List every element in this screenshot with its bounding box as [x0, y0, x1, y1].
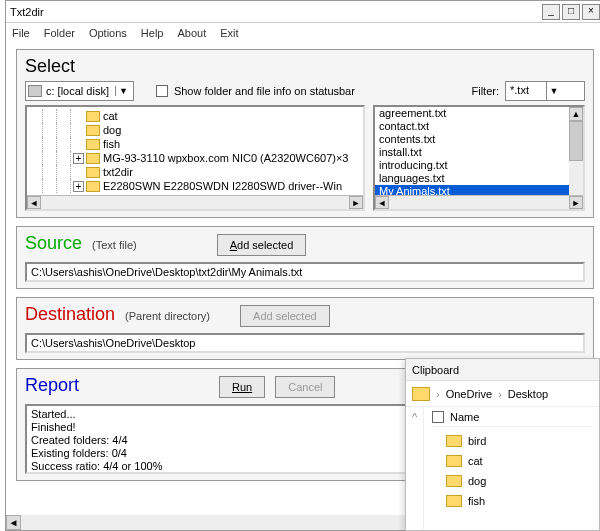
filter-label: Filter:	[472, 85, 500, 97]
destination-add-selected-button: Add selected	[240, 305, 330, 327]
list-item[interactable]: agreement.txt	[375, 107, 583, 120]
list-item[interactable]: install.txt	[375, 146, 583, 159]
explorer-header: Clipboard	[406, 359, 599, 381]
tree-hscrollbar[interactable]: ◄ ►	[27, 195, 363, 209]
close-button[interactable]: ×	[582, 4, 600, 20]
select-panel: Select c: [local disk] ▼ Show folder and…	[16, 49, 594, 218]
explorer-item[interactable]: fish	[432, 491, 591, 511]
folder-icon	[446, 435, 462, 447]
explorer-item-label: cat	[468, 455, 483, 467]
explorer-item[interactable]: bird	[432, 431, 591, 451]
statusbar-checkbox[interactable]	[156, 85, 168, 97]
destination-panel: Destination (Parent directory) Add selec…	[16, 297, 594, 360]
run-button[interactable]: Run	[219, 376, 265, 398]
folder-icon	[86, 125, 100, 136]
scroll-up-icon[interactable]: ▲	[569, 107, 583, 121]
scroll-right-icon[interactable]: ►	[349, 196, 363, 209]
maximize-button[interactable]: □	[562, 4, 580, 20]
source-subtitle: (Text file)	[92, 239, 137, 251]
source-path-field[interactable]: C:\Users\ashis\OneDrive\Desktop\txt2dir\…	[25, 262, 585, 282]
expand-icon[interactable]: +	[73, 181, 84, 192]
scroll-thumb[interactable]	[569, 121, 583, 161]
tree-label: MG-93-3110 wpxbox.com NIC0 (A2320WC607)×…	[103, 152, 348, 164]
chevron-right-icon: ›	[436, 388, 440, 400]
breadcrumb-desktop[interactable]: Desktop	[508, 388, 548, 400]
chevron-up-icon[interactable]: ^	[412, 411, 417, 423]
report-title: Report	[25, 375, 79, 396]
list-item[interactable]: introducing.txt	[375, 159, 583, 172]
menu-options[interactable]: Options	[89, 27, 127, 39]
folder-icon	[86, 153, 100, 164]
name-column[interactable]: Name	[450, 411, 479, 423]
folder-icon	[412, 387, 430, 401]
tree-label: E2280SWN E2280SWDN I2280SWD driver--Win	[103, 180, 342, 192]
destination-path-field[interactable]: C:\Users\ashis\OneDrive\Desktop	[25, 333, 585, 353]
drive-icon	[28, 85, 42, 97]
explorer-column-header[interactable]: Name	[432, 411, 591, 427]
folder-icon	[86, 139, 100, 150]
chevron-down-icon[interactable]: ▼	[546, 82, 585, 100]
tree-row[interactable]: dog	[29, 123, 361, 137]
scroll-left-icon[interactable]: ◄	[375, 196, 389, 209]
select-all-checkbox[interactable]	[432, 411, 444, 423]
menu-file[interactable]: File	[12, 27, 30, 39]
explorer-sidebar: ^	[406, 407, 424, 529]
list-item[interactable]: contents.txt	[375, 133, 583, 146]
titlebar: Txt2dir _ □ ×	[6, 1, 600, 23]
drive-label: c: [local disk]	[46, 85, 109, 97]
folder-icon	[86, 167, 100, 178]
explorer-window: Clipboard › OneDrive › Desktop ^ Name bi…	[405, 358, 600, 531]
folder-tree[interactable]: catdogfish+MG-93-3110 wpxbox.com NIC0 (A…	[25, 105, 365, 211]
filter-value: *.txt	[506, 82, 546, 100]
chevron-right-icon: ›	[498, 388, 502, 400]
expand-icon[interactable]: +	[73, 153, 84, 164]
destination-title: Destination	[25, 304, 115, 325]
list-hscrollbar[interactable]: ◄ ►	[375, 195, 583, 209]
tree-label: cat	[103, 110, 118, 122]
breadcrumb-onedrive[interactable]: OneDrive	[446, 388, 492, 400]
destination-subtitle: (Parent directory)	[125, 310, 210, 322]
tree-label: dog	[103, 124, 121, 136]
folder-icon	[86, 111, 100, 122]
file-list[interactable]: agreement.txtcontact.txtcontents.txtinst…	[373, 105, 585, 211]
menu-exit[interactable]: Exit	[220, 27, 238, 39]
folder-icon	[446, 475, 462, 487]
scroll-left-icon[interactable]: ◄	[27, 196, 41, 209]
filter-input[interactable]: *.txt ▼	[505, 81, 585, 101]
source-title: Source	[25, 233, 82, 254]
statusbar-checkbox-label: Show folder and file info on statusbar	[174, 85, 355, 97]
folder-icon	[86, 181, 100, 192]
chevron-down-icon[interactable]: ▼	[115, 86, 131, 96]
tree-row[interactable]: fish	[29, 137, 361, 151]
source-add-selected-button[interactable]: AAdd selecteddd selected	[217, 234, 307, 256]
explorer-item-label: fish	[468, 495, 485, 507]
tree-row[interactable]: +MG-93-3110 wpxbox.com NIC0 (A2320WC607)…	[29, 151, 361, 165]
cancel-button: Cancel	[275, 376, 335, 398]
list-item[interactable]: languages.txt	[375, 172, 583, 185]
scroll-right-icon[interactable]: ►	[569, 196, 583, 209]
menu-folder[interactable]: Folder	[44, 27, 75, 39]
window-title: Txt2dir	[10, 6, 540, 18]
select-title: Select	[25, 56, 585, 77]
menu-help[interactable]: Help	[141, 27, 164, 39]
list-item[interactable]: contact.txt	[375, 120, 583, 133]
tree-label: txt2dir	[103, 166, 133, 178]
menu-about[interactable]: About	[177, 27, 206, 39]
scroll-left-icon[interactable]: ◄	[6, 515, 21, 530]
folder-icon	[446, 455, 462, 467]
list-vscrollbar[interactable]: ▲	[569, 107, 583, 195]
explorer-item[interactable]: cat	[432, 451, 591, 471]
folder-icon	[446, 495, 462, 507]
tree-row[interactable]: txt2dir	[29, 165, 361, 179]
minimize-button[interactable]: _	[542, 4, 560, 20]
explorer-item[interactable]: dog	[432, 471, 591, 491]
tree-row[interactable]: +E2280SWN E2280SWDN I2280SWD driver--Win	[29, 179, 361, 193]
tree-row[interactable]: cat	[29, 109, 361, 123]
drive-select[interactable]: c: [local disk] ▼	[25, 81, 134, 101]
explorer-breadcrumb[interactable]: › OneDrive › Desktop	[406, 381, 599, 407]
source-panel: Source (Text file) AAdd selecteddd selec…	[16, 226, 594, 289]
explorer-item-label: dog	[468, 475, 486, 487]
tree-label: fish	[103, 138, 120, 150]
menubar: File Folder Options Help About Exit	[6, 23, 600, 43]
explorer-item-label: bird	[468, 435, 486, 447]
